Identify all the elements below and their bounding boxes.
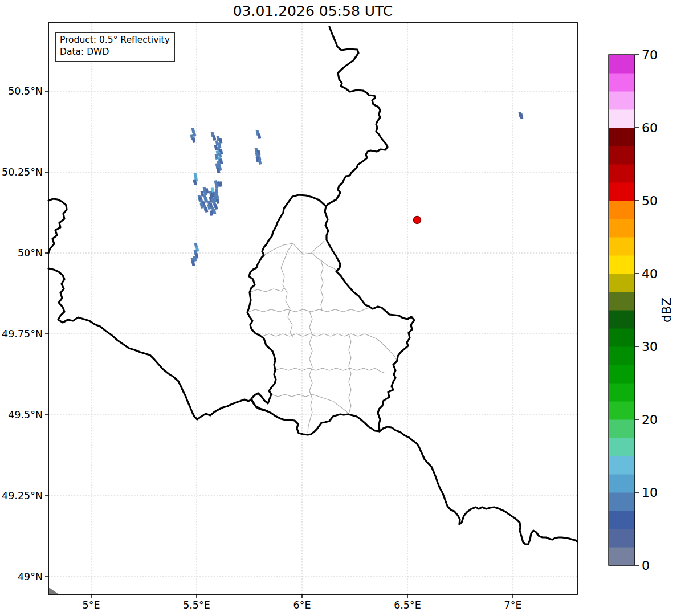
y-tick-label: 50.5°N: [8, 85, 43, 97]
border-be_de: [326, 27, 388, 206]
country-borders: [48, 27, 577, 594]
colorbar-unit-label: dBZ: [659, 297, 674, 323]
x-tick-label: 6.5°E: [394, 599, 421, 611]
x-tick-label: 5°E: [83, 599, 100, 611]
x-tick-label: 7°E: [504, 599, 522, 611]
map-plot-canvas: 5°E5.5°E6°E6.5°E7°E50.5°N50.25°N50°N49.7…: [0, 0, 685, 616]
station-marker: [414, 217, 421, 224]
corner-terrain-patch: [49, 588, 58, 594]
colorbar-tick-label: 70: [642, 48, 658, 62]
x-axis-ticks: 5°E5.5°E6°E6.5°E7°E: [83, 594, 522, 611]
y-tick-label: 49.5°N: [8, 409, 43, 421]
y-tick-label: 50°N: [18, 247, 43, 259]
x-tick-label: 5.5°E: [183, 599, 210, 611]
colorbar-tick-label: 30: [642, 340, 658, 354]
product-info-box: Product: 0.5° Reflectivity Data: DWD: [55, 32, 175, 62]
radar-echoes: [190, 112, 524, 266]
border-be_fr_loop: [48, 199, 67, 253]
border-lux_outline: [247, 195, 414, 435]
border-fr_de: [380, 427, 577, 544]
product-label: Product: 0.5° Reflectivity: [60, 34, 170, 46]
y-tick-label: 49.25°N: [2, 490, 43, 501]
colorbar-tick-label: 20: [642, 413, 658, 427]
y-axis-ticks: 50.5°N50.25°N50°N49.75°N49.5°N49.25°N49°…: [2, 85, 48, 582]
radar-figure: 03.01.2026 05:58 UTC 5°E5.5°E6°E6.5°E7°E…: [0, 0, 685, 616]
canton-borders: [247, 241, 397, 433]
red-marker: [414, 217, 421, 224]
colorbar: 010203040506070dBZ: [609, 48, 674, 573]
x-tick-label: 6°E: [293, 599, 311, 611]
y-tick-label: 49.75°N: [2, 328, 43, 340]
y-tick-label: 49°N: [18, 571, 43, 582]
colorbar-tick-label: 50: [642, 194, 658, 208]
colorbar-tick-label: 60: [642, 121, 658, 135]
colorbar-tick-label: 10: [642, 486, 658, 500]
border-be_fr_main: [48, 268, 268, 419]
colorbar-tick-label: 40: [642, 267, 658, 281]
y-tick-label: 50.25°N: [2, 166, 43, 178]
data-source-label: Data: DWD: [60, 46, 170, 58]
colorbar-tick-label: 0: [642, 558, 650, 573]
